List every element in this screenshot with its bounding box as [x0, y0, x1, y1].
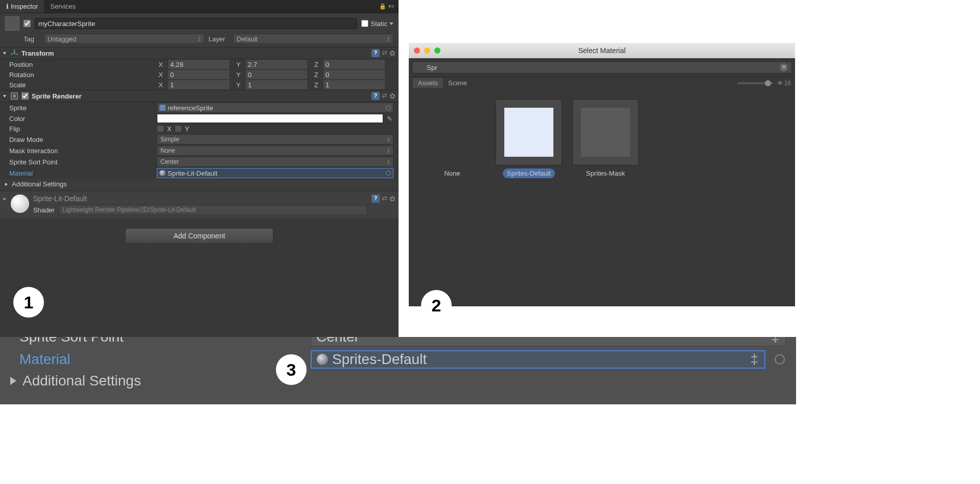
menu-icon[interactable]: ▾≡	[388, 3, 394, 10]
material-title: Sprite-Lit-Default	[33, 195, 367, 203]
material-preview-block: ▸ Sprite-Lit-Default Shader Lightweight …	[0, 191, 399, 218]
scale-z-input[interactable]	[323, 80, 385, 89]
tag-layer-row: Tag Untagged Layer Default	[0, 34, 399, 47]
asset-grid: None Sprites-Default Sprites-Mask	[409, 89, 795, 188]
layer-dropdown[interactable]: Default	[233, 34, 393, 44]
clear-search-icon[interactable]: ✕	[780, 63, 788, 71]
additional-settings-foldout[interactable]: Additional Settings	[0, 179, 399, 189]
sprite-field[interactable]: referenceSprite	[157, 103, 393, 113]
transform-header[interactable]: Transform ? ⇄ ✿	[0, 47, 399, 59]
color-field[interactable]	[157, 114, 383, 123]
visibility-icon[interactable]: 👁	[777, 80, 783, 87]
material-value-zoom: Sprites-Default	[332, 351, 427, 368]
sprite-renderer-icon	[10, 92, 18, 100]
help-icon[interactable]: ?	[371, 92, 380, 100]
mask-interaction-dropdown[interactable]: None	[157, 146, 393, 156]
svg-rect-4	[13, 94, 16, 98]
preset-icon[interactable]: ⇄	[382, 92, 387, 100]
material-field[interactable]: Sprite-Lit-Default	[157, 168, 393, 178]
material-sphere-icon	[11, 195, 29, 213]
svg-line-1	[14, 53, 18, 55]
additional-settings-foldout-zoom[interactable]: Additional Settings	[0, 371, 796, 391]
tab-scene[interactable]: Scene	[443, 78, 472, 88]
inspector-tabs: ℹ Inspector Services 🔒 ▾≡	[0, 0, 399, 13]
component-enable-checkbox[interactable]	[21, 92, 29, 100]
position-z-input[interactable]	[323, 60, 385, 69]
lock-icon[interactable]: 🔒	[379, 3, 386, 10]
y-label: Y	[235, 61, 241, 68]
x-label: X	[157, 61, 163, 68]
select-material-window: Select Material 🔍 ✕ Assets Scene 👁 16 No…	[409, 43, 795, 306]
gameobject-name-input[interactable]	[35, 18, 357, 29]
object-picker-icon[interactable]	[386, 105, 391, 110]
rotation-z-input[interactable]	[323, 70, 385, 79]
rotation-x-input[interactable]	[168, 70, 229, 79]
position-y-input[interactable]	[246, 60, 307, 69]
tab-inspector[interactable]: ℹ Inspector	[0, 0, 44, 13]
shader-dropdown[interactable]: Lightweight Render Pipeline/2D/Sprite-Li…	[59, 205, 367, 215]
help-icon[interactable]: ?	[371, 195, 380, 203]
static-dropdown-icon[interactable]	[389, 22, 393, 25]
foldout-icon[interactable]: ▸	[3, 195, 7, 202]
active-checkbox[interactable]	[24, 20, 31, 27]
flip-y-label: Y	[185, 125, 190, 133]
foldout-icon	[5, 183, 8, 186]
sprite-sort-point-value-zoom: Center	[316, 337, 359, 345]
material-icon	[159, 170, 166, 176]
foldout-icon	[3, 95, 6, 98]
object-picker-icon[interactable]	[775, 354, 785, 365]
search-input[interactable]	[412, 61, 792, 74]
preset-icon[interactable]: ⇄	[382, 195, 387, 203]
eyedropper-icon[interactable]: ✎	[385, 115, 393, 123]
tab-services[interactable]: Services	[44, 0, 82, 13]
asset-scene-tabs: Assets Scene 👁 16	[409, 77, 795, 89]
asset-label: Sprites-Default	[503, 168, 555, 178]
gear-icon[interactable]: ✿	[389, 92, 395, 100]
asset-item-none[interactable]: None	[419, 99, 485, 178]
gameobject-header: Static	[0, 13, 399, 34]
preset-icon[interactable]: ⇄	[382, 49, 387, 57]
shader-label: Shader	[33, 206, 55, 214]
sprite-sort-point-dropdown[interactable]: Center	[157, 157, 393, 167]
material-field-zoom[interactable]: Sprites-Default	[311, 350, 765, 369]
gameobject-icon[interactable]	[5, 16, 19, 31]
static-checkbox[interactable]	[361, 20, 368, 27]
material-label-zoom: Material	[19, 351, 311, 368]
zoomed-material-panel: Sprite Sort Point Center Material Sprite…	[0, 337, 796, 404]
sprite-renderer-title: Sprite Renderer	[32, 92, 368, 100]
lock-area: 🔒 ▾≡	[379, 3, 399, 10]
transform-icon	[10, 49, 18, 57]
tab-assets[interactable]: Assets	[413, 78, 443, 88]
sprite-sort-point-dropdown-zoom[interactable]: Center	[311, 337, 786, 346]
additional-settings-label-zoom: Additional Settings	[22, 373, 141, 389]
static-label: Static	[370, 20, 387, 28]
help-icon[interactable]: ?	[371, 49, 380, 57]
scale-x-input[interactable]	[168, 80, 229, 89]
gear-icon[interactable]: ✿	[389, 195, 395, 203]
flip-y-checkbox[interactable]	[175, 125, 182, 132]
material-icon	[317, 354, 328, 365]
flip-x-checkbox[interactable]	[157, 125, 164, 132]
color-label: Color	[9, 115, 155, 123]
object-picker-icon[interactable]	[386, 171, 391, 176]
foldout-icon	[3, 52, 6, 55]
scale-label: Scale	[9, 81, 155, 89]
asset-item-sprites-mask[interactable]: Sprites-Mask	[572, 99, 639, 178]
transform-title: Transform	[21, 50, 368, 57]
position-x-input[interactable]	[168, 60, 229, 69]
add-component-button[interactable]: Add Component	[125, 228, 273, 244]
thumbnail-size-slider[interactable]	[737, 82, 773, 84]
scale-y-input[interactable]	[246, 80, 307, 89]
annotation-circle-2: 2	[421, 290, 452, 321]
annotation-circle-1: 1	[13, 287, 44, 318]
layer-label: Layer	[208, 35, 229, 43]
rotation-label: Rotation	[9, 71, 155, 79]
gear-icon[interactable]: ✿	[389, 49, 395, 57]
sprite-renderer-header[interactable]: Sprite Renderer ? ⇄ ✿	[0, 90, 399, 102]
tag-dropdown[interactable]: Untagged	[44, 34, 204, 44]
rotation-y-input[interactable]	[246, 70, 307, 79]
svg-line-2	[11, 53, 14, 55]
draw-mode-dropdown[interactable]: Simple	[157, 134, 393, 144]
asset-item-sprites-default[interactable]: Sprites-Default	[496, 99, 562, 178]
z-label: Z	[312, 61, 318, 68]
